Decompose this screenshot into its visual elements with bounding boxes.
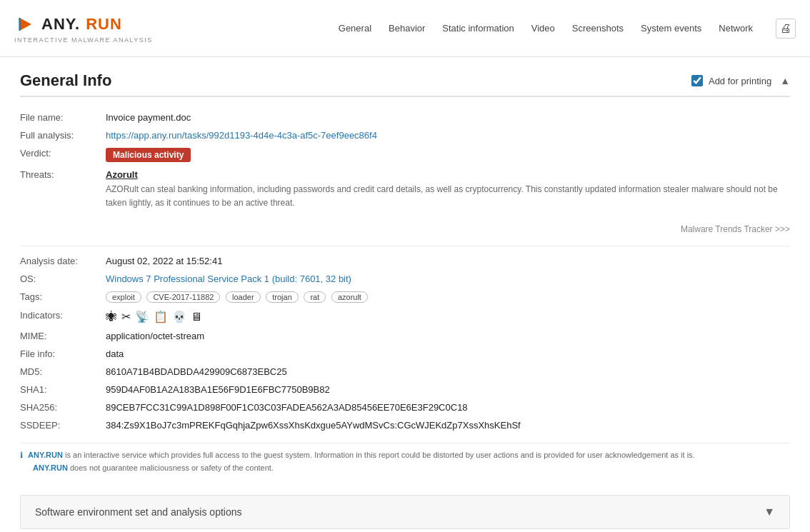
- logo-subtitle: INTERACTIVE MALWARE ANALYSIS: [14, 36, 153, 44]
- software-env-title: Software environment set and analysis op…: [35, 506, 242, 518]
- indicator-skull-icon: 💀: [172, 310, 186, 323]
- logo-any-text: ANY.: [41, 15, 80, 34]
- threat-name-link[interactable]: Azorult: [106, 169, 138, 180]
- software-env-section[interactable]: Software environment set and analysis op…: [20, 495, 790, 529]
- tag-azorult[interactable]: azorult: [331, 291, 368, 303]
- nav-system-events[interactable]: System events: [641, 20, 701, 36]
- nav-video[interactable]: Video: [531, 20, 555, 36]
- indicator-wifi-icon: 📡: [135, 310, 149, 323]
- analysis-date-label: Analysis date:: [20, 252, 106, 270]
- full-analysis-value: https://app.any.run/tasks/992d1193-4d4e-…: [106, 126, 790, 144]
- md5-value: 8610A71B4BDADBDA429909C6873EBC25: [106, 363, 790, 381]
- ssdeep-value: 384:Zs9X1BoJ7c3mPREKFqGqhjaZpw6XssXhsKdx…: [106, 416, 790, 434]
- indicators-row: Indicators: 🕷 ✂ 📡 📋 💀 🖥: [20, 306, 790, 327]
- mime-label: MIME:: [20, 327, 106, 345]
- divider: [20, 246, 790, 246]
- nav-screenshots[interactable]: Screenshots: [572, 20, 624, 36]
- full-analysis-row: Full analysis: https://app.any.run/tasks…: [20, 126, 790, 144]
- threats-label: Threats:: [20, 166, 106, 214]
- add-for-printing-label: Add for printing: [709, 76, 771, 86]
- indicator-tool-icon: ✂: [121, 310, 131, 323]
- malware-tracker-row: Malware Trends Tracker >>>: [20, 221, 790, 240]
- analysis-date-row: Analysis date: August 02, 2022 at 15:52:…: [20, 252, 790, 270]
- sha1-label: SHA1:: [20, 381, 106, 398]
- svg-marker-0: [20, 18, 32, 31]
- verdict-value: Malicious activity: [106, 144, 790, 166]
- os-row: OS: Windows 7 Professional Service Pack …: [20, 270, 790, 288]
- verdict-label: Verdict:: [20, 144, 106, 166]
- ssdeep-row: SSDEEP: 384:Zs9X1BoJ7c3mPREKFqGqhjaZpw6X…: [20, 416, 790, 434]
- verdict-badge: Malicious activity: [106, 148, 191, 162]
- info-icon: ℹ: [20, 451, 23, 459]
- mime-row: MIME: application/octet-stream: [20, 327, 790, 345]
- ssdeep-label: SSDEEP:: [20, 416, 106, 434]
- tags-label: Tags:: [20, 288, 106, 306]
- general-info-header: General Info Add for printing ▲: [20, 71, 790, 97]
- disclaimer-anyrun-link-1[interactable]: ANY.RUN: [28, 451, 63, 459]
- file-name-value: Invoice payment.doc: [106, 109, 790, 126]
- tag-trojan[interactable]: trojan: [266, 291, 299, 303]
- disclaimer-text-1: is an interactive service which provides…: [65, 451, 695, 459]
- file-name-row: File name: Invoice payment.doc: [20, 109, 790, 126]
- malware-tracker-link[interactable]: Malware Trends Tracker >>>: [681, 224, 790, 234]
- info-table: File name: Invoice payment.doc Full anal…: [20, 109, 790, 214]
- add-for-printing-checkbox[interactable]: [691, 75, 703, 86]
- main-nav: General Behavior Static information Vide…: [339, 19, 796, 39]
- indicator-monitor-icon: 🖥: [191, 311, 202, 323]
- sha256-label: SHA256:: [20, 398, 106, 416]
- tag-exploit[interactable]: exploit: [106, 291, 141, 303]
- print-option: Add for printing ▲: [691, 75, 790, 86]
- main-content: General Info Add for printing ▲ File nam…: [0, 57, 810, 532]
- full-analysis-label: Full analysis:: [20, 126, 106, 144]
- sha256-value: 89CEB7FCC31C99A1D898F00F1C03C03FADEA562A…: [106, 398, 790, 416]
- tag-rat[interactable]: rat: [304, 291, 326, 303]
- analysis-date-value: August 02, 2022 at 15:52:41: [106, 252, 790, 270]
- sha256-row: SHA256: 89CEB7FCC31C99A1D898F00F1C03C03F…: [20, 398, 790, 416]
- disclaimer: ℹ ANY.RUN is an interactive service whic…: [20, 443, 790, 480]
- disclaimer-anyrun-link-2[interactable]: ANY.RUN: [33, 463, 68, 472]
- full-analysis-link[interactable]: https://app.any.run/tasks/992d1193-4d4e-…: [106, 130, 377, 141]
- file-info-value: data: [106, 345, 790, 363]
- mime-value: application/octet-stream: [106, 327, 790, 345]
- tag-loader[interactable]: loader: [226, 291, 261, 303]
- indicators-label: Indicators:: [20, 306, 106, 327]
- verdict-row: Verdict: Malicious activity: [20, 144, 790, 166]
- page-title: General Info: [20, 71, 111, 90]
- threat-description: AZORult can steal banking information, i…: [106, 183, 784, 210]
- disclaimer-anyrun-link-wrapper: ANY.RUN does not guarantee maliciousness…: [33, 463, 274, 472]
- md5-row: MD5: 8610A71B4BDADBDA429909C6873EBC25: [20, 363, 790, 381]
- logo: ANY.RUN INTERACTIVE MALWARE ANALYSIS: [14, 14, 153, 44]
- md5-label: MD5:: [20, 363, 106, 381]
- sha1-value: 959D4AF0B1A2A183BA1E56F9D1E6FBC7750B9B82: [106, 381, 790, 398]
- indicators-value: 🕷 ✂ 📡 📋 💀 🖥: [106, 306, 790, 327]
- nav-general[interactable]: General: [339, 20, 371, 36]
- nav-behavior[interactable]: Behavior: [389, 20, 425, 36]
- chevron-down-icon: ▼: [764, 506, 775, 518]
- tags-row: Tags: exploit CVE-2017-11882 loader troj…: [20, 288, 790, 306]
- threats-value: Azorult AZORult can steal banking inform…: [106, 166, 790, 214]
- nav-network[interactable]: Network: [719, 20, 753, 36]
- os-label: OS:: [20, 270, 106, 288]
- logo-icon: [14, 14, 36, 35]
- sha1-row: SHA1: 959D4AF0B1A2A183BA1E56F9D1E6FBC775…: [20, 381, 790, 398]
- info-table-2: Analysis date: August 02, 2022 at 15:52:…: [20, 252, 790, 434]
- header: ANY.RUN INTERACTIVE MALWARE ANALYSIS Gen…: [0, 0, 810, 57]
- tags-value: exploit CVE-2017-11882 loader trojan rat…: [106, 288, 790, 306]
- threats-row: Threats: Azorult AZORult can steal banki…: [20, 166, 790, 214]
- chevron-up-icon[interactable]: ▲: [780, 75, 790, 86]
- indicator-spider-icon: 🕷: [106, 311, 117, 323]
- print-button[interactable]: 🖨: [776, 19, 796, 39]
- disclaimer-text-2: does not guarantee maliciousness or safe…: [70, 463, 274, 472]
- nav-static-information[interactable]: Static information: [442, 20, 514, 36]
- logo-top: ANY.RUN: [14, 14, 122, 35]
- file-name-label: File name:: [20, 109, 106, 126]
- indicator-copy-icon: 📋: [154, 310, 168, 323]
- logo-run-text: RUN: [86, 15, 122, 34]
- indicators-icons: 🕷 ✂ 📡 📋 💀 🖥: [106, 310, 784, 323]
- os-link[interactable]: Windows 7 Professional Service Pack 1 (b…: [106, 273, 351, 284]
- tag-cve[interactable]: CVE-2017-11882: [146, 291, 220, 303]
- file-info-label: File info:: [20, 345, 106, 363]
- file-info-row: File info: data: [20, 345, 790, 363]
- os-value: Windows 7 Professional Service Pack 1 (b…: [106, 270, 790, 288]
